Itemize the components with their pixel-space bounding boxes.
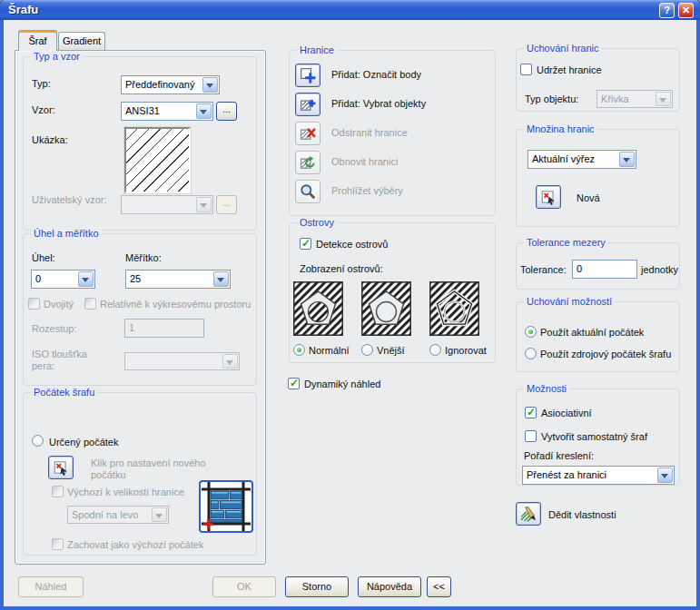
custom-pattern-label: Uživatelský vzor: <box>32 194 112 206</box>
associative-checkbox[interactable] <box>525 407 537 418</box>
help-icon[interactable]: ? <box>659 3 675 18</box>
custom-pattern-select <box>121 195 213 214</box>
chevron-down-icon <box>152 507 167 522</box>
island-ignore-radio[interactable] <box>429 344 441 356</box>
double-label: Dvojitý <box>44 299 74 310</box>
keep-boundaries-checkbox[interactable] <box>520 64 532 75</box>
add-select-objects-button[interactable] <box>295 93 320 116</box>
type-select[interactable]: Předdefinovaný <box>121 75 220 94</box>
pattern-browse-button[interactable]: ... <box>216 102 237 121</box>
window-title: Šrafu <box>8 3 38 16</box>
group-boundary-set: Množina hranic <box>516 129 680 227</box>
draw-order-select[interactable]: Přenést za hranici <box>522 466 675 485</box>
spacing-label: Rozestup: <box>32 323 77 335</box>
inherit-properties-button[interactable] <box>516 502 541 526</box>
object-type-select: Křivka <box>596 90 673 108</box>
associative-label: Asiociativní <box>541 408 592 419</box>
boundary-set-value: Aktuální výřez <box>532 153 619 164</box>
specified-origin-label: Určený počátek <box>49 437 118 448</box>
use-current-origin-label: Použít aktuální počátek <box>540 327 644 339</box>
object-type-label: Typ objektu: <box>525 93 578 105</box>
island-outer-radio[interactable] <box>361 344 373 356</box>
new-pick-icon <box>540 189 557 205</box>
pattern-select[interactable]: ANSI31 <box>121 102 213 121</box>
store-origin-label: Zachovat jako výchozí počátek <box>67 539 203 551</box>
tab-sraf[interactable]: Šraf <box>18 30 57 51</box>
chevron-down-icon[interactable] <box>196 103 212 119</box>
tab-gradient[interactable]: Gradient <box>58 32 105 50</box>
island-detection-checkbox[interactable] <box>300 238 311 250</box>
scale-select[interactable]: 25 <box>125 270 231 289</box>
dynamic-preview-checkbox[interactable] <box>288 378 300 389</box>
add-pick-points-button[interactable] <box>295 64 320 87</box>
specified-origin-radio[interactable] <box>32 435 44 447</box>
group-title-hatch-origin: Počátek šrafu <box>31 387 97 398</box>
collapse-button[interactable]: << <box>427 576 451 597</box>
close-icon[interactable]: ✕ <box>678 3 694 18</box>
chevron-down-icon[interactable] <box>202 77 218 93</box>
store-origin-checkbox <box>52 538 64 550</box>
remove-boundaries-label: Odstranit hranice <box>331 127 408 139</box>
cancel-button[interactable]: Storno <box>285 576 349 597</box>
separate-hatch-label: Vytvořit samostatný šraf <box>541 431 647 443</box>
click-set-origin-label: Klik pro nastavení nového počátku <box>91 458 238 481</box>
origin-preview <box>199 480 253 533</box>
custom-pattern-browse-button: ... <box>216 195 237 214</box>
group-title-angle-scale: Úhel a měřítko <box>31 228 102 240</box>
chevron-down-icon <box>222 354 238 369</box>
remove-boundary-icon <box>300 125 316 142</box>
island-normal-label: Normální <box>309 345 350 357</box>
new-boundary-set-button[interactable] <box>536 185 561 209</box>
use-source-origin-radio[interactable] <box>525 348 537 359</box>
use-current-origin-radio[interactable] <box>525 326 537 338</box>
iso-pen-width-label: ISO tloušťka pera: <box>32 349 104 372</box>
view-selections-label: Prohlížet výběry <box>331 185 403 197</box>
chevron-down-icon[interactable] <box>619 152 635 167</box>
tolerance-label: Tolerance: <box>520 264 567 276</box>
island-normal-image[interactable] <box>293 281 343 336</box>
recreate-boundary-icon <box>300 154 316 171</box>
group-title-boundaries: Hranice <box>297 44 337 56</box>
type-value: Předdefinovaný <box>125 79 202 90</box>
new-boundary-set-label: Nová <box>577 192 600 204</box>
dialog-body: Šraf Gradient Typ a vzor Typ: Předdefino… <box>4 20 696 606</box>
inherit-properties-icon <box>520 506 537 522</box>
chevron-down-icon[interactable] <box>78 271 94 287</box>
relative-label: Relatívně k výkresovému prostoru <box>100 299 251 310</box>
type-label: Typ: <box>32 78 51 90</box>
island-display-label: Zobrazení ostrovů: <box>300 263 383 275</box>
group-title-options: Možnosti <box>524 383 569 395</box>
iso-pen-width-select <box>124 352 240 370</box>
magnifier-icon <box>300 183 316 200</box>
island-ignore-image[interactable] <box>429 281 479 336</box>
recreate-boundary-button <box>295 151 320 174</box>
remove-boundaries-button <box>295 122 320 145</box>
tolerance-input[interactable]: 0 <box>572 260 637 279</box>
separate-hatch-checkbox[interactable] <box>525 430 537 442</box>
chevron-down-icon <box>196 197 212 212</box>
recreate-boundary-label: Obnovit hranici <box>331 156 398 168</box>
scale-label: Měřítko: <box>125 252 162 264</box>
set-origin-button[interactable] <box>48 456 74 479</box>
group-title-gap-tolerance: Tolerance mezery <box>524 237 608 249</box>
default-extent-checkbox <box>52 486 64 497</box>
group-title-islands: Ostrovy <box>297 217 337 229</box>
chevron-down-icon[interactable] <box>657 467 673 483</box>
brick-origin-icon <box>202 482 251 531</box>
titlebar[interactable]: Šrafu ? ✕ <box>0 0 700 20</box>
chevron-down-icon[interactable] <box>213 271 229 287</box>
angle-select[interactable]: 0 <box>31 270 95 289</box>
draw-order-value: Přenést za hranici <box>527 469 657 480</box>
island-outer-image[interactable] <box>361 281 411 336</box>
island-ignore-label: Ignorovat <box>445 345 487 357</box>
inherit-properties-label: Dědit vlastnosti <box>548 509 616 521</box>
add-pick-points-label: Přidat: Označit body <box>331 69 421 81</box>
island-normal-radio[interactable] <box>293 344 305 356</box>
hatch-preview[interactable] <box>124 127 191 193</box>
boundary-set-select[interactable]: Aktuální výřez <box>527 150 636 169</box>
pick-points-icon <box>300 67 316 84</box>
relative-checkbox <box>84 298 96 310</box>
help-button[interactable]: Nápověda <box>358 576 421 597</box>
select-objects-icon <box>300 96 316 113</box>
pattern-value: ANSI31 <box>125 105 196 116</box>
